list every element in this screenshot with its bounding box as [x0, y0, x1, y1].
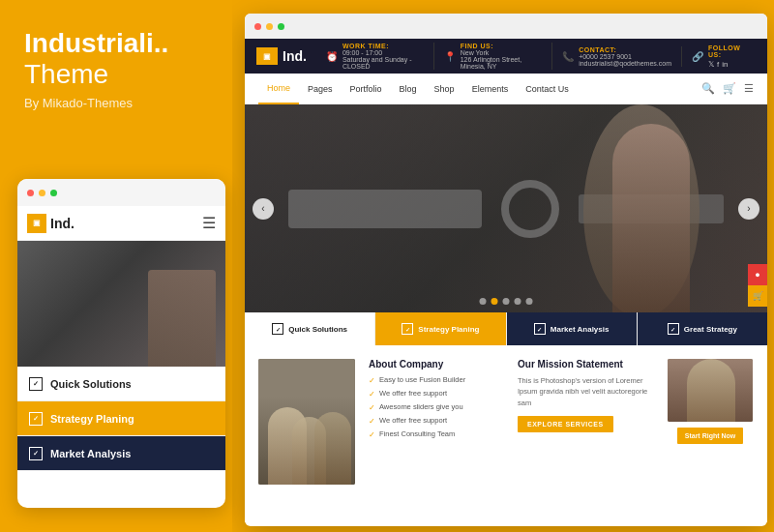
company-image [258, 359, 355, 485]
instagram-icon[interactable]: in [722, 60, 728, 69]
phone-nav: ▣ Ind. ☰ [17, 206, 225, 241]
work-time-label: WORK TIME: [342, 43, 424, 49]
side-image-column: Start Right Now [667, 359, 754, 509]
work-time-section: ⏰ WORK TIME: 09:00 - 17:00 Saturday and … [316, 43, 434, 70]
browser-dot-yellow [266, 23, 273, 30]
phone-top-bar [17, 179, 225, 206]
site-logo-area: ▣ Ind. [256, 47, 307, 65]
side-btn-gold[interactable]: 🛒 [748, 285, 767, 307]
service-tab-great[interactable]: ✓ Great Strategy [638, 312, 767, 345]
nav-portfolio[interactable]: Portfolio [342, 74, 391, 104]
about-item-5: ✓ Finest Consulting Team [369, 429, 504, 439]
nav-home[interactable]: Home [258, 74, 299, 104]
about-item-2: ✓ We offer free support [369, 389, 504, 399]
twitter-icon[interactable]: 𝕏 [708, 60, 714, 69]
browser-dot-red [254, 23, 261, 30]
about-item-4: ✓ We offer free support [369, 416, 504, 426]
site-logo-name: Ind. [283, 48, 307, 64]
hero-dot-1[interactable] [480, 298, 487, 305]
work-time-sub: Saturday and Sunday - CLOSED [342, 56, 424, 70]
search-icon[interactable]: 🔍 [701, 82, 715, 95]
service-tabs: ✓ Quick Solutions ✓ Strategy Planing ✓ M… [245, 312, 767, 345]
service-tab-market[interactable]: ✓ Market Analysis [507, 312, 638, 345]
market-icon: ✓ [29, 447, 43, 460]
find-us-section: 📍 FIND US: New York 126 Arlington Street… [434, 43, 552, 70]
site-info-bar: ▣ Ind. ⏰ WORK TIME: 09:00 - 17:00 Saturd… [245, 39, 767, 74]
site-logo-box: ▣ [256, 47, 278, 65]
check-icon-5: ✓ [369, 430, 375, 439]
location-icon: 📍 [444, 51, 456, 62]
site-hero: ‹ › ● 🛒 [245, 104, 767, 312]
nav-blog[interactable]: Blog [391, 74, 426, 104]
service-tab-strategy[interactable]: ✓ Strategy Planing [375, 312, 506, 345]
cart-icon[interactable]: 🛒 [723, 82, 736, 95]
hero-next-button[interactable]: › [738, 198, 759, 220]
find-us-sub: 126 Arlington Street, Minesia, NY [461, 56, 542, 70]
check-icon-4: ✓ [369, 417, 375, 426]
start-button[interactable]: Start Right Now [677, 428, 744, 444]
clock-icon: ⏰ [326, 51, 338, 62]
contact-value: +0000 2537 9001 [579, 53, 671, 60]
hero-dot-2[interactable] [491, 298, 498, 305]
hero-prev-button[interactable]: ‹ [253, 198, 274, 220]
phone-tab-label-2: Strategy Planing [50, 413, 134, 425]
follow-section: 🔗 FOLLOW US: 𝕏 f in [682, 44, 756, 69]
hero-dot-5[interactable] [526, 298, 533, 305]
share-icon: 🔗 [692, 51, 703, 62]
check-icon-2: ✓ [369, 390, 375, 399]
hero-dot-3[interactable] [503, 298, 510, 305]
side-btn-red[interactable]: ● [748, 264, 767, 285]
phone-tab-label-1: Quick Solutions [50, 378, 132, 390]
phone-tab-strategy[interactable]: ✓ Strategy Planing [17, 401, 225, 436]
explore-button[interactable]: EXPLORE SERVICES [518, 416, 613, 432]
phone-hero-person [148, 270, 216, 367]
find-us-label: FIND US: [461, 43, 542, 49]
service-tab-label-1: Quick Solutions [288, 325, 347, 334]
about-item-1: ✓ Easy to use Fusion Builder [369, 375, 504, 385]
nav-shop[interactable]: Shop [426, 74, 463, 104]
dot-yellow [39, 190, 45, 196]
about-column: About Company ✓ Easy to use Fusion Build… [369, 359, 504, 509]
phone-icon: 📞 [562, 51, 574, 62]
mission-title: Our Mission Statement [518, 359, 653, 369]
browser-mockup: ▣ Ind. ⏰ WORK TIME: 09:00 - 17:00 Saturd… [245, 14, 767, 526]
quick-tab-icon: ✓ [272, 323, 283, 335]
phone-tab-quick[interactable]: ✓ Quick Solutions [17, 367, 225, 401]
phone-logo: ▣ Ind. [27, 214, 74, 233]
about-item-3: ✓ Awesome sliders give you [369, 402, 504, 412]
menu-icon[interactable]: ☰ [744, 82, 754, 95]
phone-tab-market[interactable]: ✓ Market Analysis [17, 436, 225, 471]
market-tab-icon: ✓ [534, 323, 546, 335]
find-us-value: New York [461, 49, 542, 56]
hero-dot-4[interactable] [515, 298, 521, 305]
contact-sub: industrialist@qodethemes.com [579, 60, 671, 67]
about-title: About Company [369, 359, 504, 369]
nav-elements[interactable]: Elements [463, 74, 518, 104]
contact-section: 📞 CONTACT: +0000 2537 9001 industrialist… [552, 46, 682, 67]
theme-by: By Mikado-Themes [24, 96, 208, 110]
follow-label: FOLLOW US: [708, 44, 746, 58]
side-person-image [668, 359, 753, 422]
content-area: About Company ✓ Easy to use Fusion Build… [245, 345, 767, 522]
facebook-icon[interactable]: f [717, 60, 719, 69]
check-icon-3: ✓ [369, 403, 375, 412]
browser-dot-green [278, 23, 284, 30]
work-time-value: 09:00 - 17:00 [342, 49, 424, 56]
site-nav: Home Pages Portfolio Blog Shop Elements … [245, 74, 767, 104]
theme-subtitle: Theme [24, 59, 208, 90]
phone-logo-icon: ▣ [27, 214, 46, 233]
contact-label: CONTACT: [579, 46, 671, 53]
phone-hamburger-icon[interactable]: ☰ [202, 214, 216, 232]
nav-contact[interactable]: Contact Us [517, 74, 578, 104]
service-tab-label-2: Strategy Planing [418, 325, 479, 334]
hero-dots [480, 298, 533, 305]
browser-top-bar [245, 14, 767, 39]
service-tab-quick[interactable]: ✓ Quick Solutions [245, 312, 375, 345]
theme-title: Industriali.. [24, 29, 208, 59]
quick-solutions-icon: ✓ [29, 377, 43, 391]
service-tab-label-3: Market Analysis [551, 325, 610, 334]
check-icon-1: ✓ [369, 376, 375, 385]
nav-pages[interactable]: Pages [299, 74, 342, 104]
left-panel: Industriali.. Theme By Mikado-Themes ▣ I… [0, 0, 232, 532]
phone-tab-label-3: Market Analysis [50, 448, 131, 459]
